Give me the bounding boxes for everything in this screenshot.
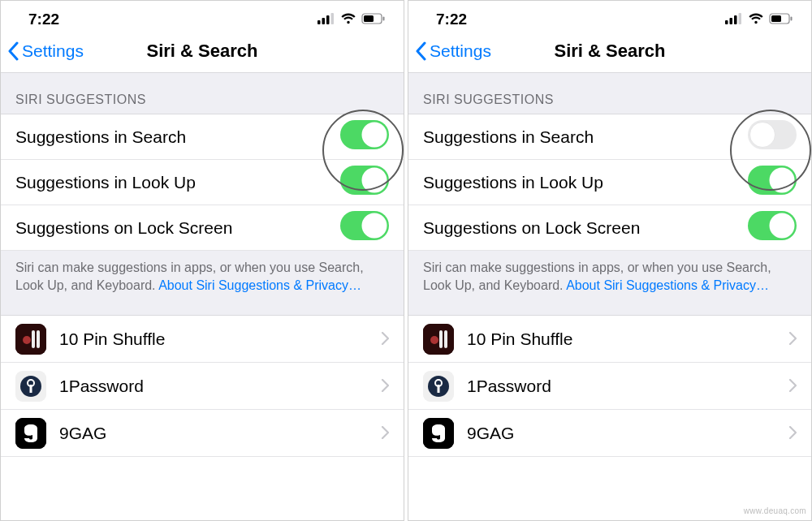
- chevron-left-icon: [7, 41, 20, 61]
- app-row-9gag[interactable]: 9GAG: [1, 410, 404, 457]
- row-label: Suggestions on Lock Screen: [15, 218, 232, 238]
- app-row-10pin[interactable]: 10 Pin Shuffle: [408, 316, 811, 363]
- about-link[interactable]: About Siri Suggestions & Privacy…: [158, 278, 361, 292]
- section-header-siri: SIRI SUGGESTIONS: [408, 72, 811, 114]
- svg-rect-16: [37, 330, 40, 348]
- row-suggestions-search[interactable]: Suggestions in Search: [1, 114, 404, 160]
- watermark: www.deuaq.com: [744, 506, 806, 515]
- toggle-suggestions-lookup[interactable]: [340, 166, 389, 199]
- app-label: 9GAG: [59, 424, 106, 443]
- toggle-suggestions-lock[interactable]: [340, 211, 389, 244]
- row-suggestions-lookup[interactable]: Suggestions in Look Up: [408, 160, 811, 205]
- status-time: 7:22: [28, 11, 59, 28]
- cellular-icon: [317, 11, 335, 28]
- chevron-left-icon: [415, 41, 428, 61]
- battery-icon: [361, 11, 386, 28]
- chevron-right-icon: [788, 329, 797, 349]
- chevron-right-icon: [381, 377, 389, 396]
- chevron-right-icon: [381, 329, 389, 349]
- app-icon-9gag: [15, 418, 46, 449]
- phone-right: 7:22 Settings Siri & Search SIRI SUGGEST…: [408, 0, 812, 521]
- svg-rect-25: [739, 13, 742, 24]
- back-button[interactable]: Settings: [415, 41, 491, 61]
- phone-left: 7:22 Settings Siri & Search SIRI SUGGEST…: [0, 0, 404, 521]
- back-button[interactable]: Settings: [7, 41, 84, 61]
- toggle-suggestions-lock[interactable]: [748, 211, 797, 244]
- svg-rect-22: [725, 20, 728, 24]
- back-label: Settings: [22, 41, 84, 61]
- status-bar: 7:22: [1, 1, 404, 30]
- svg-point-30: [750, 123, 775, 148]
- row-label: Suggestions in Look Up: [423, 173, 603, 192]
- status-indicators: [725, 11, 793, 28]
- svg-point-32: [770, 168, 795, 193]
- svg-point-36: [430, 336, 438, 344]
- app-icon-10pin: [423, 324, 454, 355]
- svg-rect-15: [32, 330, 35, 348]
- cellular-icon: [725, 11, 743, 28]
- app-icon-1password: [15, 371, 46, 402]
- svg-rect-3: [331, 13, 335, 24]
- status-time: 7:22: [436, 11, 467, 28]
- app-label: 10 Pin Shuffle: [59, 329, 165, 349]
- row-suggestions-lock[interactable]: Suggestions on Lock Screen: [1, 205, 404, 251]
- svg-rect-28: [791, 17, 793, 21]
- svg-point-10: [362, 168, 387, 193]
- status-indicators: [317, 11, 386, 28]
- svg-rect-27: [771, 15, 781, 22]
- app-row-10pin[interactable]: 10 Pin Shuffle: [1, 316, 404, 363]
- app-icon-1password: [423, 371, 454, 402]
- app-icon-10pin: [15, 324, 46, 355]
- svg-rect-2: [326, 15, 330, 24]
- svg-point-14: [23, 336, 31, 344]
- toggle-suggestions-search[interactable]: [340, 120, 389, 153]
- back-label: Settings: [430, 41, 491, 61]
- svg-rect-20: [30, 385, 32, 393]
- section-header-siri: SIRI SUGGESTIONS: [1, 72, 404, 114]
- section-footer: Siri can make suggestions in apps, or wh…: [408, 251, 811, 316]
- row-suggestions-lock[interactable]: Suggestions on Lock Screen: [408, 205, 811, 251]
- nav-bar: Settings Siri & Search: [408, 30, 811, 72]
- svg-rect-24: [734, 15, 737, 24]
- svg-rect-42: [438, 385, 440, 393]
- chevron-right-icon: [381, 424, 389, 443]
- nav-bar: Settings Siri & Search: [1, 30, 404, 72]
- app-row-1password[interactable]: 1Password: [408, 363, 811, 410]
- app-label: 1Password: [467, 377, 551, 396]
- wifi-icon: [340, 11, 356, 28]
- chevron-right-icon: [788, 377, 797, 396]
- wifi-icon: [748, 11, 764, 28]
- svg-point-12: [362, 213, 387, 239]
- app-label: 10 Pin Shuffle: [467, 329, 572, 349]
- svg-rect-23: [730, 18, 733, 24]
- section-footer: Siri can make suggestions in apps, or wh…: [1, 251, 404, 316]
- status-bar: 7:22: [408, 1, 811, 30]
- svg-rect-1: [322, 18, 326, 24]
- about-link[interactable]: About Siri Suggestions & Privacy…: [566, 278, 769, 292]
- svg-rect-35: [423, 324, 454, 355]
- row-suggestions-lookup[interactable]: Suggestions in Look Up: [1, 160, 404, 205]
- app-icon-9gag: [423, 418, 454, 449]
- svg-rect-13: [15, 324, 46, 355]
- toggle-suggestions-lookup[interactable]: [748, 166, 797, 199]
- app-row-9gag[interactable]: 9GAG: [408, 410, 811, 457]
- app-row-1password[interactable]: 1Password: [1, 363, 404, 410]
- row-label: Suggestions in Look Up: [15, 173, 196, 192]
- svg-rect-5: [364, 15, 374, 22]
- battery-icon: [769, 11, 793, 28]
- row-suggestions-search[interactable]: Suggestions in Search: [408, 114, 811, 160]
- row-label: Suggestions in Search: [423, 127, 594, 147]
- svg-rect-37: [439, 330, 443, 348]
- svg-rect-0: [317, 20, 321, 24]
- svg-rect-38: [444, 330, 447, 348]
- app-label: 1Password: [59, 377, 144, 396]
- chevron-right-icon: [788, 424, 797, 443]
- row-label: Suggestions in Search: [15, 127, 186, 147]
- svg-point-8: [362, 123, 387, 148]
- app-label: 9GAG: [467, 424, 514, 443]
- svg-rect-6: [383, 17, 385, 21]
- svg-point-34: [770, 213, 795, 239]
- toggle-suggestions-search[interactable]: [748, 120, 797, 153]
- row-label: Suggestions on Lock Screen: [423, 218, 640, 238]
